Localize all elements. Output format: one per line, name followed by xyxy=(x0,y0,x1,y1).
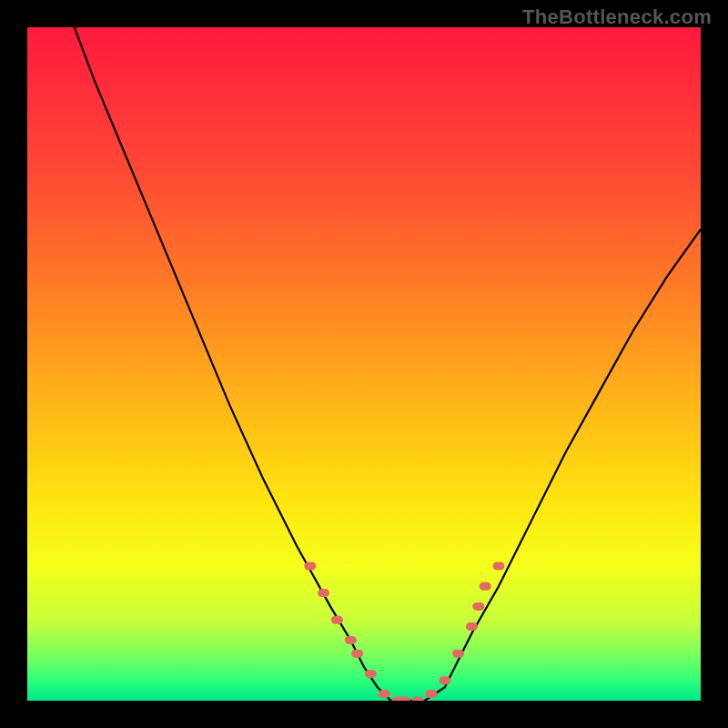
marker-dot xyxy=(493,562,505,571)
marker-dot xyxy=(351,650,363,658)
watermark-text: TheBottleneck.com xyxy=(522,5,712,29)
marker-dot xyxy=(345,636,357,644)
marker-dot xyxy=(318,589,329,597)
marker-dot xyxy=(304,562,316,571)
marker-dot xyxy=(439,676,450,684)
marker-dot xyxy=(452,650,464,658)
marker-dot xyxy=(412,697,424,702)
marker-dot xyxy=(379,690,390,698)
marker-dots-group xyxy=(304,562,504,702)
marker-dot xyxy=(426,690,438,698)
plot-area xyxy=(27,27,701,701)
bottleneck-curve-line xyxy=(75,27,701,701)
chart-frame: TheBottleneck.com xyxy=(0,0,728,728)
marker-dot xyxy=(480,582,491,591)
marker-dot xyxy=(331,616,343,624)
marker-dot xyxy=(365,670,377,678)
chart-svg xyxy=(27,27,701,701)
marker-dot xyxy=(466,622,478,631)
marker-dot xyxy=(472,602,484,611)
